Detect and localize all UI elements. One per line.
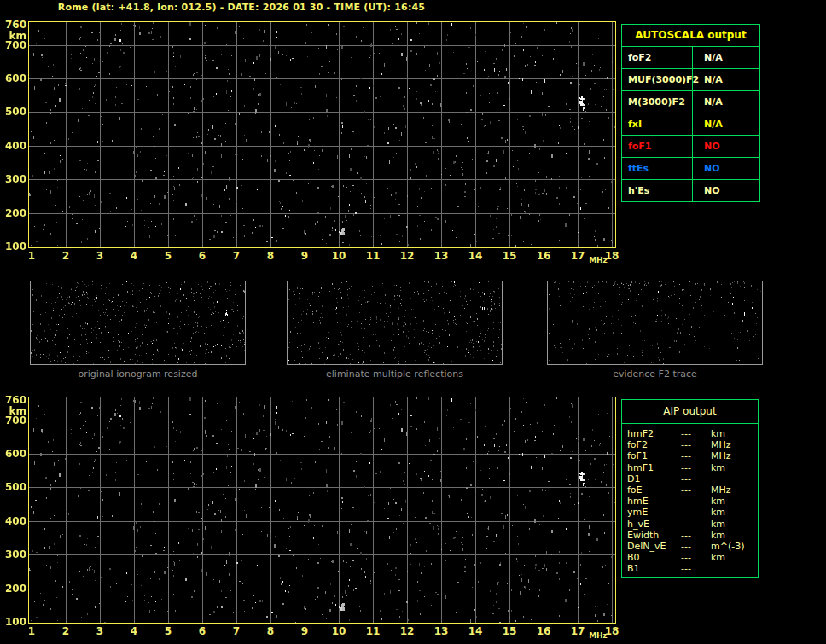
y-tick-label: 300 <box>0 174 26 185</box>
aip-param-unit <box>711 563 758 574</box>
x-tick-label: 2 <box>55 626 76 637</box>
y-tick-label: 500 <box>0 107 26 118</box>
aip-param-unit: MHz <box>711 450 758 461</box>
autoscala-row: MUF(3000)F2N/A <box>622 69 759 91</box>
autoscala-row: h'EsNO <box>622 180 759 201</box>
x-tick-label: 9 <box>294 251 315 262</box>
aip-param-unit: km <box>711 496 758 507</box>
x-tick-label: 16 <box>533 251 554 262</box>
aip-row: hmE---km <box>622 496 758 507</box>
page-title: Rome (lat: +41.8, lon: 012.5) - DATE: 20… <box>0 2 483 13</box>
aip-row: h_vE---km <box>622 519 758 530</box>
autoscala-param-value: N/A <box>693 91 759 113</box>
aip-param-unit: km <box>711 507 758 518</box>
aip-param-label: D1 <box>627 473 681 484</box>
autoscala-param-value: N/A <box>693 47 759 68</box>
x-tick-label: 6 <box>192 626 212 637</box>
x-tick-label: 16 <box>533 626 554 637</box>
y-tick-label: 300 <box>0 549 26 560</box>
aip-param-label: hmE <box>627 496 681 507</box>
aip-output-table: AIP output hmF2---kmfoF2---MHzfoF1---MHz… <box>621 399 759 578</box>
thumbnail-caption: evidence F2 trace <box>513 369 797 380</box>
aip-row: ymE---km <box>622 507 758 518</box>
aip-param-label: B0 <box>627 552 681 563</box>
autoscala-param-value: N/A <box>693 69 759 90</box>
autoscala-param-label: M(3000)F2 <box>622 91 693 113</box>
aip-param-unit: MHz <box>711 439 758 450</box>
x-tick-label: 10 <box>329 251 349 262</box>
thumbnail-canvas <box>547 281 763 365</box>
aip-row: DelN_vE---m^(-3) <box>622 541 758 552</box>
autoscala-param-label: MUF(3000)F2 <box>622 69 693 90</box>
aip-param-unit: km <box>711 462 758 473</box>
autoscala-param-label: foF2 <box>622 47 693 68</box>
x-tick-label: 4 <box>124 626 144 637</box>
aip-param-label: DelN_vE <box>627 541 681 552</box>
autoscala-param-value: NO <box>693 180 759 201</box>
x-tick-label: 9 <box>294 626 315 637</box>
aip-param-unit: m^(-3) <box>711 541 758 552</box>
aip-row: hmF1---km <box>622 462 758 473</box>
aip-param-unit <box>711 473 758 484</box>
x-tick-label: 14 <box>465 626 486 637</box>
autoscala-row: ftEsNO <box>622 158 759 180</box>
x-tick-label: 8 <box>260 251 281 262</box>
x-tick-label: 11 <box>363 626 383 637</box>
aip-param-label: foE <box>627 484 681 496</box>
autoscala-param-value: NO <box>693 158 759 179</box>
x-tick-label: 17 <box>567 626 588 637</box>
autoscala-screen: Rome (lat: +41.8, lon: 012.5) - DATE: 20… <box>0 0 826 644</box>
aip-param-value: --- <box>681 428 711 439</box>
aip-param-label: hmF1 <box>627 462 681 473</box>
aip-param-value: --- <box>681 507 711 518</box>
autoscala-table-title: AUTOSCALA output <box>622 25 759 47</box>
y-tick-label: 200 <box>0 583 26 595</box>
x-tick-label: 5 <box>158 626 178 637</box>
aip-param-value: --- <box>681 484 711 496</box>
x-tick-label: 8 <box>260 626 281 637</box>
aip-row: foF1---MHz <box>622 450 758 461</box>
aip-param-label: hmF2 <box>627 428 681 439</box>
aip-row: foF2---MHz <box>622 439 758 450</box>
y-tick-label: 600 <box>0 73 26 84</box>
aip-param-value: --- <box>681 473 711 484</box>
x-tick-label: 13 <box>431 251 451 262</box>
aip-param-label: h_vE <box>627 519 681 530</box>
aip-param-value: --- <box>681 462 711 473</box>
x-tick-label: 1 <box>21 626 42 637</box>
x-tick-label: 7 <box>226 626 247 637</box>
aip-param-value: --- <box>681 530 711 541</box>
x-tick-label: 2 <box>55 251 76 262</box>
y-tick-label: 500 <box>0 482 26 493</box>
aip-row: B1--- <box>622 563 758 574</box>
x-axis-unit-label: MHz <box>586 256 610 264</box>
aip-param-label: Ewidth <box>627 530 681 541</box>
autoscala-row: foF1NO <box>622 136 759 158</box>
aip-param-value: --- <box>681 496 711 507</box>
x-tick-label: 1 <box>21 251 42 262</box>
aip-param-unit: km <box>711 530 758 541</box>
x-tick-label: 10 <box>329 626 349 637</box>
aip-param-value: --- <box>681 439 711 450</box>
y-tick-label: 400 <box>0 516 26 527</box>
aip-table-title: AIP output <box>622 400 758 424</box>
autoscala-param-value: N/A <box>693 113 759 135</box>
aip-param-value: --- <box>681 552 711 563</box>
x-axis-unit-label: MHz <box>586 631 610 640</box>
autoscala-row: foF2N/A <box>622 47 759 69</box>
aip-table-rows: hmF2---kmfoF2---MHzfoF1---MHzhmF1---kmD1… <box>622 424 758 574</box>
ionogram-plot-canvas <box>28 21 616 248</box>
thumbnail-caption: original ionogram resized <box>0 369 280 380</box>
autoscala-row: M(3000)F2N/A <box>622 91 759 113</box>
x-tick-label: 14 <box>465 251 486 262</box>
autoscala-param-label: fxI <box>622 113 693 135</box>
aip-param-unit: MHz <box>711 484 758 496</box>
thumbnail-caption: eliminate multiple reflections <box>253 369 537 380</box>
aip-row: Ewidth---km <box>622 530 758 541</box>
aip-param-label: foF1 <box>627 450 681 461</box>
aip-param-value: --- <box>681 563 711 574</box>
x-tick-label: 13 <box>431 626 451 637</box>
y-axis-unit-label: km <box>0 31 26 42</box>
aip-param-unit: km <box>711 552 758 563</box>
x-tick-label: 6 <box>192 251 212 262</box>
